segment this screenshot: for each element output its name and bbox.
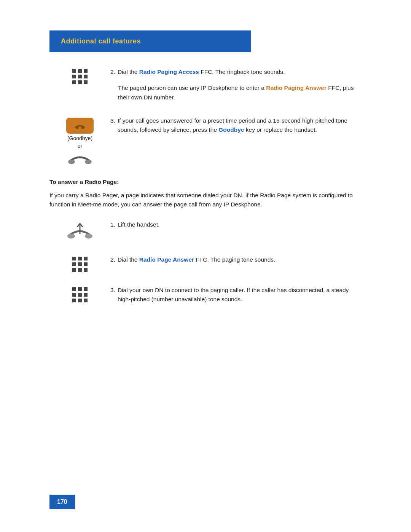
keypad-dot [72,268,76,272]
answer-step-3-num: 3. [110,286,115,295]
section2-heading: To answer a Radio Page: [49,179,119,185]
answer-step-2-row: 2. Dial the Radio Page Answer FFC. The p… [49,255,362,272]
step-3-content: If your call goes unanswered for a prese… [118,116,362,134]
page-footer: 170 [49,495,75,509]
header-banner: Additional call features [49,30,251,52]
answer-step-1-line: 1. Lift the handset. [110,220,362,229]
step-2-content: Dial the Radio Paging Access FFC. The ri… [118,67,362,77]
radio-paging-answer-link: Radio Paging Answer [266,85,327,91]
keypad-dot [84,268,88,272]
keypad-dot [72,287,76,291]
goodbye-icon-col: (Goodbye) or [49,116,110,165]
step-2-row: 2. Dial the Radio Paging Access FFC. The… [49,67,362,102]
answer-step-2-num: 2. [110,255,115,264]
keypad-dot [72,293,76,297]
keypad-dot [78,257,82,260]
keypad-dot [84,262,88,266]
or-label: or [78,143,82,149]
page-number-box: 170 [49,495,75,509]
answer-step-3-row: 3. Dial your own DN to connect to the pa… [49,286,362,304]
keypad-icon-col-3 [49,286,110,302]
keypad-icon-1 [72,69,88,84]
step-3-line: 3. If your call goes unanswered for a pr… [110,116,362,134]
page-number: 170 [57,498,67,505]
step-2-text: 2. Dial the Radio Paging Access FFC. The… [110,67,362,102]
svg-point-3 [68,160,75,164]
svg-point-1 [76,126,79,129]
step-2-num: 2. [110,67,115,77]
goodbye-button-icon [66,118,94,134]
content-area: 2. Dial the Radio Paging Access FFC. The… [49,67,362,304]
keypad-dot [84,257,88,260]
keypad-icon-3 [72,287,88,302]
answer-step-1-text: 1. Lift the handset. [110,220,362,229]
goodbye-label: (Goodbye) [67,135,92,141]
keypad-dot [84,75,88,78]
handset-up-icon [65,222,95,240]
svg-point-6 [85,234,92,239]
answer-step-1-num: 1. [110,220,115,229]
section2-heading-wrap: To answer a Radio Page: [49,179,362,185]
keypad-dot [84,69,88,73]
keypad-dot [72,75,76,78]
answer-step-2-content: Dial the Radio Page Answer FFC. The pagi… [118,255,362,264]
answer-step-2-line: 2. Dial the Radio Page Answer FFC. The p… [110,255,362,264]
keypad-dot [78,262,82,266]
keypad-icon-col-1 [49,67,110,84]
answer-step-3-text: 3. Dial your own DN to connect to the pa… [110,286,362,304]
radio-page-answer-link: Radio Page Answer [139,256,194,263]
handset-up-icon-col [49,220,110,241]
keypad-dot [78,299,82,302]
keypad-dot [72,299,76,302]
step-2-line: 2. Dial the Radio Paging Access FFC. The… [110,67,362,77]
svg-point-2 [81,126,84,129]
keypad-icon-col-2 [49,255,110,272]
keypad-dot [72,257,76,260]
answer-step-1-row: 1. Lift the handset. [49,220,362,241]
page: Additional call features [0,0,411,532]
section2-intro: If you carry a Radio Pager, a page indic… [49,191,362,210]
keypad-dot [84,80,88,84]
keypad-dot [84,287,88,291]
step-3-num: 3. [110,116,115,125]
keypad-dot [78,268,82,272]
step-3-text: 3. If your call goes unanswered for a pr… [110,116,362,134]
keypad-dot [72,80,76,84]
phone-in-goodbye-icon [72,120,88,132]
keypad-dot [78,293,82,297]
answer-step-3-line: 3. Dial your own DN to connect to the pa… [110,286,362,304]
radio-paging-access-link: Radio Paging Access [139,69,199,75]
answer-step-1-content: Lift the handset. [118,220,362,229]
svg-point-5 [67,234,75,239]
handset-down-icon [67,150,93,165]
goodbye-wrap: (Goodbye) or [66,118,94,165]
keypad-dot [72,262,76,266]
keypad-dot [78,287,82,291]
step-2-extra: The paged person can use any IP Deskphon… [118,83,362,102]
keypad-dot [72,69,76,73]
answer-step-2-text: 2. Dial the Radio Page Answer FFC. The p… [110,255,362,264]
keypad-dot [78,69,82,73]
keypad-dot [78,75,82,78]
keypad-dot [84,299,88,302]
svg-point-4 [85,160,92,164]
goodbye-key-link: Goodbye [218,126,244,133]
keypad-dot [84,293,88,297]
handset-up-wrap [65,222,95,241]
step-3-row: (Goodbye) or 3. If your call goes unansw… [49,116,362,165]
keypad-icon-2 [72,257,88,272]
answer-step-3-content: Dial your own DN to connect to the pagin… [118,286,362,304]
header-title: Additional call features [61,37,141,45]
keypad-dot [78,80,82,84]
